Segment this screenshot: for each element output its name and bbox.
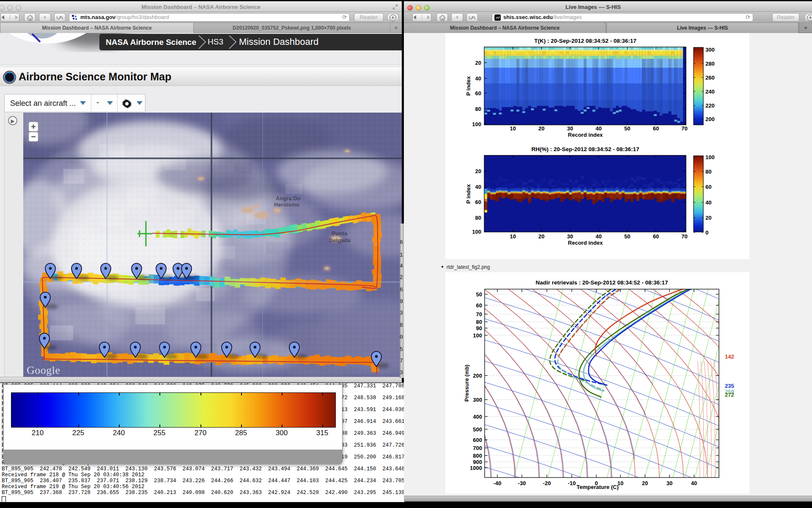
svg-text:142: 142	[725, 353, 734, 360]
svg-text:Nadir retrievals : 20-Sep-2012: Nadir retrievals : 20-Sep-2012 08:34:52 …	[536, 279, 668, 286]
svg-text:40: 40	[691, 480, 697, 486]
svg-text:50: 50	[476, 291, 482, 298]
svg-text:800: 800	[473, 453, 482, 459]
svg-text:300: 300	[473, 397, 482, 403]
svg-text:700: 700	[473, 445, 482, 451]
svg-text:-20: -20	[543, 480, 551, 486]
svg-text:-40: -40	[494, 480, 502, 486]
svg-text:400: 400	[473, 414, 482, 420]
svg-text:60: 60	[476, 302, 482, 309]
svg-text:Delgada: Delgada	[329, 237, 351, 243]
svg-text:70: 70	[476, 311, 482, 318]
svg-text:20: 20	[642, 480, 648, 486]
svg-text:30: 30	[667, 480, 672, 486]
svg-text:272: 272	[725, 392, 734, 398]
svg-text:Google: Google	[27, 364, 60, 376]
svg-text:Angra Do: Angra Do	[276, 195, 301, 202]
svg-text:500: 500	[473, 426, 482, 433]
svg-text:235: 235	[725, 383, 734, 389]
svg-text:900: 900	[473, 459, 482, 465]
svg-text:1000: 1000	[470, 465, 482, 471]
svg-text:90: 90	[476, 325, 482, 331]
svg-text:200: 200	[473, 373, 482, 379]
svg-text:80: 80	[476, 319, 482, 325]
svg-text:Heroismo: Heroismo	[274, 202, 299, 208]
svg-text:600: 600	[473, 437, 482, 443]
svg-text:Temperature (C): Temperature (C)	[576, 484, 618, 490]
svg-text:Ponta: Ponta	[332, 230, 348, 237]
svg-text:100: 100	[473, 332, 482, 339]
svg-text:-10: -10	[568, 480, 576, 486]
svg-text:-30: -30	[518, 480, 526, 486]
svg-text:Pressure (mb): Pressure (mb)	[464, 364, 470, 401]
